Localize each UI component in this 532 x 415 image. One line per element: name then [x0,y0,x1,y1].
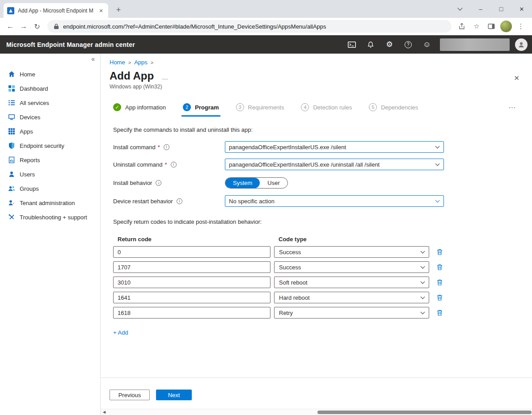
info-icon[interactable]: i [177,198,182,204]
sidebar-item-label: Reports [20,157,40,163]
app-header-title[interactable]: Microsoft Endpoint Manager admin center [0,41,135,48]
notifications-bell-icon[interactable] [362,37,379,53]
delete-row-trash-icon[interactable] [435,293,443,302]
code-type-dropdown[interactable]: Soft reboot [274,277,429,288]
step-requirements[interactable]: 3 Requirements [236,103,284,111]
steps-more-icon[interactable]: … [508,101,517,110]
uninstall-command-combobox[interactable] [225,159,444,170]
window-close-button[interactable]: ✕ [511,0,532,18]
signed-in-account-blurred[interactable] [440,38,510,51]
tab-close-icon[interactable]: ✕ [97,7,105,14]
step-program[interactable]: 2 Program [183,103,219,111]
sidebar-item-users[interactable]: Users [0,167,100,181]
return-code-row: Success [113,246,532,258]
return-code-input[interactable] [113,246,270,258]
step-number: 4 [301,103,309,111]
share-icon[interactable] [456,21,468,32]
install-command-input[interactable] [229,144,432,151]
window-maximize-button[interactable]: □ [491,0,511,18]
sidebar-item-endpoint-security[interactable]: Endpoint security [0,138,100,153]
code-type-dropdown[interactable]: Retry [274,307,429,319]
chevron-down-icon[interactable] [421,295,425,299]
browser-profile-avatar[interactable] [500,21,512,32]
cloud-shell-icon[interactable] [343,37,360,53]
main-content: Home > Apps > Add App … ✕ Windows app (W… [101,54,532,415]
sidebar-nav: Home Dashboard All services Devices Apps [0,54,100,224]
sidebar-item-apps[interactable]: Apps [0,124,100,138]
code-type-dropdown[interactable]: Success [274,246,429,258]
add-return-code-link[interactable]: + Add [113,329,128,336]
required-marker: * [158,144,160,151]
previous-button[interactable]: Previous [110,390,150,400]
window-minimize-button[interactable]: – [470,0,491,18]
return-code-input[interactable] [113,292,270,303]
delete-row-trash-icon[interactable] [435,309,443,317]
uninstall-command-label: Uninstall command * i [113,161,225,168]
delete-row-trash-icon[interactable] [435,278,443,286]
info-icon[interactable]: i [171,162,177,168]
address-bar[interactable]: endpoint.microsoft.com/?ref=AdminCenter#… [47,20,452,33]
sidebar-item-dashboard[interactable]: Dashboard [0,81,100,96]
step-app-information[interactable]: ✓ App information [113,103,166,111]
app-header: Microsoft Endpoint Manager admin center … [0,35,532,54]
refresh-button[interactable]: ↻ [31,21,43,32]
sidebar-item-tenant-administration[interactable]: Tenant administration [0,196,100,210]
device-restart-row: Device restart behavior i No specific ac… [113,195,532,207]
side-panel-icon[interactable] [486,21,497,32]
forward-button[interactable]: → [18,21,30,32]
tab-search-caret-icon[interactable] [450,0,470,18]
browser-tab[interactable]: Add App - Microsoft Endpoint M ✕ [4,3,108,18]
code-type-dropdown[interactable]: Success [274,261,429,273]
code-type-dropdown[interactable]: Hard reboot [274,292,429,303]
scroll-left-arrow-icon[interactable]: ◀ [103,409,106,415]
chevron-down-icon[interactable] [421,264,425,269]
sidebar-item-devices[interactable]: Devices [0,110,100,124]
chevron-down-icon[interactable] [421,280,425,284]
horizontal-scrollbar[interactable]: ◀ [101,409,532,415]
install-command-combobox[interactable] [225,141,444,153]
step-number: 5 [369,103,377,111]
horizontal-scrollbar-thumb[interactable] [317,411,532,414]
new-tab-button[interactable]: + [113,4,124,16]
account-avatar[interactable] [515,38,528,51]
bookmark-star-icon[interactable]: ☆ [471,21,482,32]
close-blade-icon[interactable]: ✕ [514,74,519,82]
install-behavior-user-option[interactable]: User [260,178,287,188]
next-button[interactable]: Next [156,390,192,400]
uninstall-command-input[interactable] [229,161,432,168]
sidebar-item-troubleshooting-support[interactable]: Troubleshooting + support [0,210,100,224]
title-context-menu-icon[interactable]: … [162,74,168,81]
info-icon[interactable]: i [156,180,161,186]
return-code-input[interactable] [113,277,270,288]
delete-row-trash-icon[interactable] [435,248,443,256]
info-icon[interactable]: i [164,144,169,150]
chevron-down-icon[interactable] [435,198,440,203]
browser-menu-icon[interactable]: ⋮ [515,21,527,32]
breadcrumb-separator: > [151,60,153,65]
chevron-down-icon[interactable] [421,310,425,314]
sidebar-item-reports[interactable]: Reports [0,153,100,167]
settings-gear-icon[interactable]: ⚙ [381,37,398,53]
sidebar-item-home[interactable]: Home [0,67,100,81]
breadcrumb-home-link[interactable]: Home [110,59,125,66]
install-behavior-system-option[interactable]: System [225,178,260,188]
back-button[interactable]: ← [4,21,16,32]
chevron-down-icon[interactable] [421,249,425,254]
sidebar-item-groups[interactable]: Groups [0,181,100,196]
sidebar: « Home Dashboard All services Devices [0,54,101,415]
troubleshooting-wrench-icon [8,214,15,221]
return-code-input[interactable] [113,307,270,319]
sidebar-item-label: Groups [20,185,39,192]
help-icon[interactable]: ? [400,37,417,53]
delete-row-trash-icon[interactable] [435,263,443,271]
chevron-down-icon[interactable] [435,144,440,149]
chevron-down-icon[interactable] [435,162,440,166]
step-detection-rules[interactable]: 4 Detection rules [301,103,352,111]
sidebar-item-all-services[interactable]: All services [0,96,100,110]
breadcrumb-apps-link[interactable]: Apps [134,59,148,66]
sidebar-collapse-icon[interactable]: « [91,55,95,63]
feedback-icon[interactable]: ☺ [418,37,435,53]
step-dependencies[interactable]: 5 Dependencies [369,103,418,111]
return-code-input[interactable] [113,261,270,273]
device-restart-dropdown[interactable]: No specific action [225,195,444,207]
